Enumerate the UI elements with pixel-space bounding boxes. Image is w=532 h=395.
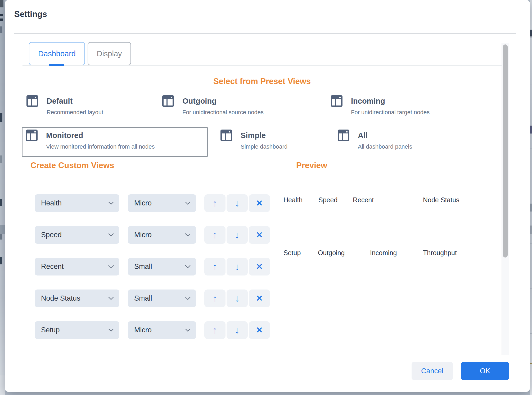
panel-select[interactable]: Setup (35, 321, 119, 339)
active-tab-indicator (49, 64, 64, 66)
preset-item-simple[interactable]: Simple Simple dashboard (220, 130, 287, 150)
arrow-down-icon: ↓ (235, 294, 240, 303)
background-fragment (530, 226, 532, 234)
background-fragment (530, 148, 532, 149)
move-down-button[interactable]: ↓ (227, 321, 248, 339)
panel-select[interactable]: Speed (35, 226, 119, 244)
size-select[interactable]: Micro (128, 226, 196, 244)
move-down-button[interactable]: ↓ (227, 258, 248, 275)
size-select[interactable]: Micro (128, 321, 196, 339)
move-up-button[interactable]: ↑ (204, 321, 226, 339)
background-fragment (0, 14, 3, 16)
arrow-up-icon: ↑ (213, 262, 217, 272)
dashboard-layout-icon (331, 95, 342, 107)
size-select-value: Small (134, 294, 152, 302)
remove-button[interactable]: ✕ (249, 258, 270, 275)
size-select-value: Micro (134, 199, 152, 207)
size-select[interactable]: Micro (128, 194, 196, 212)
panel-select-value: Speed (41, 231, 62, 239)
settings-dialog: Settings Dashboard Display Select from P… (5, 0, 530, 392)
size-select[interactable]: Small (128, 258, 196, 275)
background-fragment (0, 0, 3, 7)
chevron-down-icon (108, 263, 114, 268)
panel-select-value: Setup (41, 326, 60, 334)
preset-description: View monitored information from all node… (46, 143, 155, 150)
panel-select[interactable]: Recent (35, 258, 119, 275)
preset-name: Incoming (351, 95, 430, 107)
chevron-down-icon (108, 326, 114, 332)
custom-view-row: Recent Small ↑ ↓ ✕ (35, 258, 270, 275)
background-fragment (530, 85, 532, 85)
remove-button[interactable]: ✕ (249, 290, 270, 307)
background-fragment (0, 199, 2, 206)
move-up-button[interactable]: ↑ (204, 258, 226, 275)
remove-button[interactable]: ✕ (249, 226, 270, 244)
background-fragment (0, 19, 3, 21)
preview-panel-label: Setup (283, 249, 301, 257)
background-fragment (0, 113, 2, 122)
preview-panel-label: Health (283, 196, 303, 204)
preset-item-monitored[interactable]: Monitored View monitored information fro… (26, 130, 155, 150)
dashboard-layout-icon (26, 130, 38, 141)
close-icon: ✕ (256, 263, 263, 271)
preset-name: Simple (241, 130, 287, 141)
move-down-button[interactable]: ↓ (227, 226, 248, 244)
size-select-value: Micro (134, 326, 152, 334)
move-down-button[interactable]: ↓ (227, 194, 248, 212)
background-fragment (0, 225, 5, 234)
scrollbar-track[interactable] (502, 43, 509, 355)
background-fragment (530, 61, 532, 61)
preset-item-outgoing[interactable]: Outgoing For unidirectional source nodes (162, 95, 264, 116)
move-up-button[interactable]: ↑ (204, 226, 226, 244)
remove-button[interactable]: ✕ (249, 321, 270, 339)
background-fragment (0, 234, 2, 240)
preview-panel-label: Throughput (423, 249, 457, 257)
background-fragment (530, 30, 532, 36)
preset-item-all[interactable]: All All dashboard panels (338, 130, 412, 150)
move-down-button[interactable]: ↓ (227, 290, 248, 307)
preset-name: All (358, 130, 412, 141)
close-icon: ✕ (256, 199, 263, 207)
arrow-up-icon: ↑ (213, 230, 217, 240)
background-fragment (530, 288, 532, 289)
preset-item-default[interactable]: Default Recommended layout (26, 95, 103, 116)
background-fragment (530, 37, 532, 38)
preset-name: Monitored (46, 130, 155, 141)
arrow-up-icon: ↑ (213, 294, 217, 303)
arrow-up-icon: ↑ (213, 199, 217, 208)
preset-item-incoming[interactable]: Incoming For unidirectional target nodes (331, 95, 430, 116)
size-select-value: Small (134, 263, 152, 271)
tab-dashboard[interactable]: Dashboard (29, 42, 85, 65)
panel-select[interactable]: Node Status (35, 290, 119, 307)
move-up-button[interactable]: ↑ (204, 290, 226, 307)
size-select-value: Micro (134, 231, 152, 239)
preview-heading: Preview (296, 161, 327, 170)
background-fragment (530, 204, 532, 212)
panel-select-value: Node Status (41, 294, 80, 302)
screen: Settings Dashboard Display Select from P… (0, 0, 532, 395)
panel-select-value: Recent (41, 263, 64, 271)
ok-button[interactable]: OK (461, 362, 509, 380)
preset-views-heading: Select from Preset Views (22, 77, 502, 86)
background-fragment (0, 155, 2, 163)
custom-view-row: Health Micro ↑ ↓ ✕ (35, 194, 270, 212)
background-fragment (530, 363, 532, 364)
cancel-button[interactable]: Cancel (412, 362, 453, 380)
close-icon: ✕ (256, 294, 263, 302)
panel-select[interactable]: Health (35, 194, 119, 212)
size-select[interactable]: Small (128, 290, 196, 307)
dashboard-layout-icon (220, 130, 232, 141)
preview-panel-label: Outgoing (318, 249, 345, 257)
background-page-left (0, 0, 5, 395)
background-fragment (530, 243, 532, 244)
background-page-right (530, 0, 532, 395)
chevron-down-icon (108, 231, 114, 237)
move-up-button[interactable]: ↑ (204, 194, 226, 212)
scrollbar-thumb[interactable] (503, 44, 508, 258)
remove-button[interactable]: ✕ (249, 194, 270, 212)
preset-description: Simple dashboard (241, 143, 287, 150)
preset-description: For unidirectional source nodes (182, 109, 264, 116)
dashboard-layout-icon (162, 95, 174, 107)
custom-view-row: Node Status Small ↑ ↓ ✕ (35, 290, 270, 307)
tab-display[interactable]: Display (88, 42, 131, 65)
